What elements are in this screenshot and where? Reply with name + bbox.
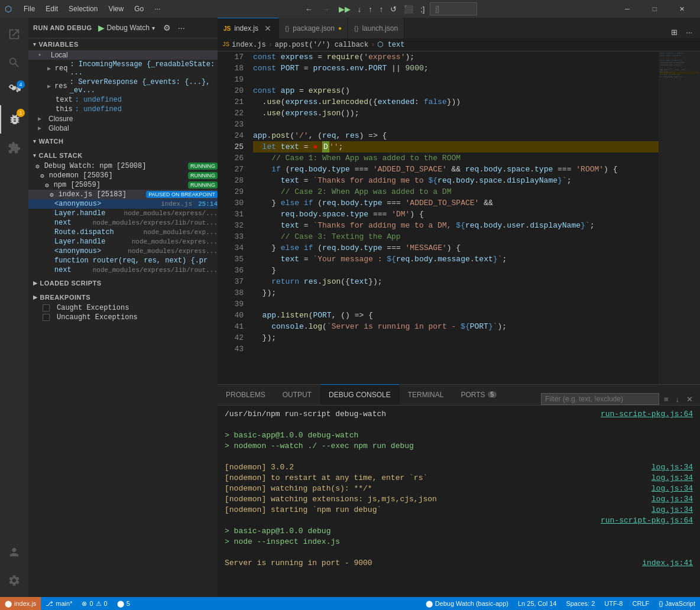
status-language[interactable]: {} JavaScript (654, 597, 700, 610)
status-spaces[interactable]: Spaces: 2 (561, 597, 599, 610)
uncaught-exceptions-item[interactable]: Uncaught Exceptions (28, 313, 218, 322)
uncaught-exceptions-checkbox[interactable] (43, 314, 50, 321)
minimize-button[interactable]: ─ (614, 0, 641, 18)
start-debug-button[interactable]: ▶ Debug Watch ▾ (95, 22, 158, 34)
code-content[interactable]: const express = require('express'); cons… (248, 51, 659, 384)
continue-button[interactable]: ▶▶ (336, 3, 354, 15)
tab-indexjs[interactable]: JS index.js ✕ (218, 18, 279, 38)
caught-exceptions-item[interactable]: Caught Exceptions (28, 303, 218, 313)
menu-view[interactable]: View (103, 4, 128, 14)
cs-layer-handle1[interactable]: Layer.handle node_modules/express/... (28, 209, 218, 218)
restart-button[interactable]: ↺ (387, 3, 400, 15)
maximize-button[interactable]: □ (641, 0, 668, 18)
debug-console-btn[interactable]: ;] (417, 3, 427, 15)
terminal-content[interactable]: /usr/bin/npm run-script debug-watchrun-s… (218, 405, 700, 597)
status-encoding[interactable]: UTF-8 (599, 597, 627, 610)
tab-terminal[interactable]: TERMINAL (400, 384, 453, 405)
stop-button[interactable]: ⬛ (401, 3, 416, 15)
cs-next1[interactable]: next node_modules/express/lib/rout... (28, 218, 218, 228)
tab-output[interactable]: OUTPUT (274, 384, 320, 405)
var-res[interactable]: ▶ res : ServerResponse {_events: {...}, … (28, 77, 218, 95)
activity-account[interactable] (0, 538, 28, 566)
toggle-wrapping-button[interactable]: ≡ (662, 394, 671, 405)
cs-debug-watch[interactable]: ⚙ Debug Watch: npm [25008] RUNNING (28, 161, 218, 171)
term-link-2[interactable]: log.js:34 (652, 462, 693, 473)
breadcrumb-file[interactable]: index.js (232, 41, 266, 49)
debug-more-button[interactable]: ··· (176, 22, 187, 34)
term-link-6[interactable]: log.js:34 (652, 505, 693, 515)
status-errors[interactable]: ⊗ 0 ⚠ 0 (77, 597, 112, 610)
activity-explorer[interactable] (0, 20, 28, 48)
term-link-3[interactable]: log.js:34 (652, 473, 693, 484)
term-link-4[interactable]: log.js:34 (652, 484, 693, 494)
step-out-button[interactable]: ↑ (377, 3, 387, 15)
tab-packagejson[interactable]: {} package.json ● (279, 18, 348, 38)
term-link-8[interactable]: index.js:41 (642, 558, 693, 569)
cs-router-fn[interactable]: function router(req, res, next) {.pr (28, 256, 218, 265)
global-group[interactable]: ▶ Global (28, 124, 218, 133)
variables-header[interactable]: ▾ VARIABLES (28, 38, 218, 50)
activity-search[interactable] (0, 48, 28, 77)
editor-scroll[interactable]: 17 18 19 20 21 22 23 24 25 26 27 28 29 3… (218, 51, 700, 384)
activity-source-control[interactable]: 4 (0, 77, 28, 105)
debug-gear-button[interactable]: ⚙ (161, 22, 173, 34)
status-line-ending[interactable]: CRLF (628, 597, 654, 610)
close-button[interactable]: ✕ (668, 0, 695, 18)
cs-indexjs[interactable]: ⚙ index.js [25183] PAUSED ON BREAKPOINT (28, 190, 218, 199)
tab-close-indexjs[interactable]: ✕ (263, 23, 273, 34)
menu-go[interactable]: Go (129, 4, 148, 14)
cs-anonymous2[interactable]: <anonymous> node_modules/express... (28, 246, 218, 256)
tab-ports[interactable]: PORTS 5 (452, 384, 505, 405)
activity-debug[interactable]: 1 (0, 105, 28, 134)
tab-problems[interactable]: PROBLEMS (218, 384, 274, 405)
search-input[interactable] (430, 2, 477, 15)
menu-selection[interactable]: Selection (64, 4, 102, 14)
closure-group[interactable]: ▶ Closure (28, 114, 218, 124)
status-debug-item[interactable]: ⬤ index.js (0, 597, 41, 610)
term-spacer-4 (225, 547, 693, 558)
status-branch[interactable]: ⎇ main* (41, 597, 77, 610)
step-over-button[interactable]: ↓ (355, 3, 365, 15)
activity-settings[interactable] (0, 566, 28, 595)
term-link-7[interactable]: run-script-pkg.js:64 (601, 515, 693, 526)
loaded-scripts-header[interactable]: ▶ LOADED SCRIPTS (28, 277, 218, 289)
loaded-scripts-label: LOADED SCRIPTS (40, 280, 102, 287)
caught-exceptions-checkbox[interactable] (43, 304, 50, 312)
cs-next2[interactable]: next node_modules/express/lib/rout... (28, 265, 218, 275)
nav-forward-button[interactable]: → (319, 2, 333, 16)
menu-edit[interactable]: Edit (41, 4, 63, 14)
status-debug-watch[interactable]: ⬤ Debug Watch (basic-app) (421, 597, 513, 610)
close-panel-button[interactable]: ✕ (684, 394, 695, 405)
cs-route-dispatch[interactable]: Route.dispatch node_modules/exp... (28, 228, 218, 237)
var-req[interactable]: ▶ req : IncomingMessage {_readableState:… (28, 60, 218, 77)
var-this[interactable]: ▶ this : undefined (28, 105, 218, 114)
cs-anonymous1[interactable]: <anonymous> index.js 25:14 (28, 199, 218, 209)
breadcrumb-fn[interactable]: app.post('/') callback (275, 41, 368, 49)
activity-extensions[interactable] (0, 134, 28, 162)
status-bar: ⬤ index.js ⎇ main* ⊗ 0 ⚠ 0 ⬤ 5 ⬤ Debug W… (0, 597, 700, 610)
tab-debug-console[interactable]: DEBUG CONSOLE (320, 384, 400, 405)
menu-more[interactable]: ··· (150, 4, 165, 14)
code-line-43 (253, 343, 659, 355)
nav-back-button[interactable]: ← (302, 2, 316, 16)
breadcrumb-var[interactable]: ⬡ text (377, 40, 404, 49)
call-stack-header[interactable]: ▾ CALL STACK (28, 150, 218, 161)
term-link-5[interactable]: log.js:34 (652, 494, 693, 505)
watch-header[interactable]: ▾ WATCH (28, 135, 218, 147)
cs-npm[interactable]: ⚙ npm [25059] RUNNING (28, 180, 218, 190)
debug-filter-input[interactable] (541, 393, 659, 405)
status-notifications[interactable]: ⬤ 5 (112, 597, 135, 610)
cs-nodemon[interactable]: ⚙ nodemon [25036] RUNNING (28, 171, 218, 180)
var-text[interactable]: ▶ text : undefined (28, 95, 218, 105)
term-link-1[interactable]: run-script-pkg.js:64 (601, 409, 693, 420)
breakpoints-header[interactable]: ▶ BREAKPOINTS (28, 291, 218, 303)
split-editor-button[interactable]: ⊞ (668, 26, 680, 38)
menu-file[interactable]: File (19, 4, 40, 14)
more-tabs-button[interactable]: ··· (683, 26, 695, 38)
status-position[interactable]: Ln 25, Col 14 (513, 597, 561, 610)
scroll-to-bottom-button[interactable]: ↓ (673, 394, 682, 405)
cs-layer-handle2[interactable]: Layer.handle node_modules/expres... (28, 237, 218, 246)
tab-launchjson[interactable]: {} launch.json (348, 18, 404, 38)
step-into-button[interactable]: ↑ (365, 3, 375, 15)
local-group[interactable]: ▾ Local (28, 50, 218, 60)
